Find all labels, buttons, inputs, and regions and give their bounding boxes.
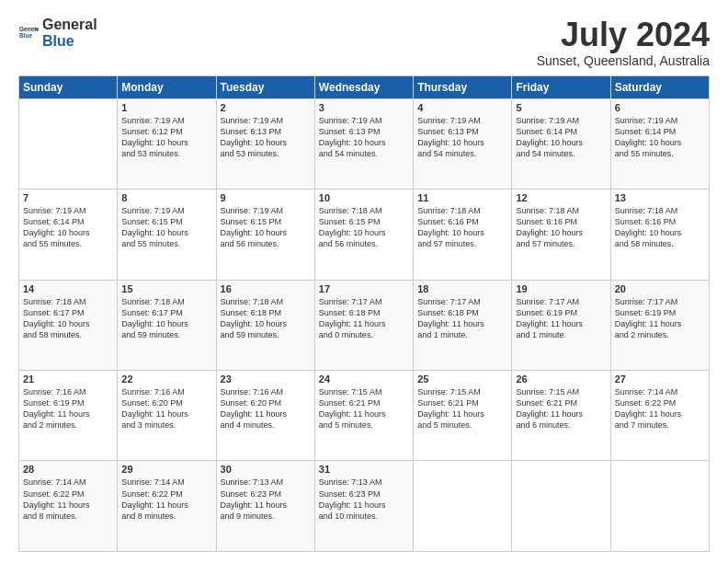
day-info: Sunrise: 7:16 AM Sunset: 6:20 PM Dayligh… (221, 386, 311, 431)
day-number: 6 (615, 102, 705, 113)
table-cell: 5Sunrise: 7:19 AM Sunset: 6:14 PM Daylig… (512, 98, 610, 189)
table-cell: 23Sunrise: 7:16 AM Sunset: 6:20 PM Dayli… (216, 371, 314, 461)
header-wednesday: Wednesday (314, 75, 413, 98)
day-info: Sunrise: 7:17 AM Sunset: 6:19 PM Dayligh… (615, 296, 705, 341)
day-number: 25 (417, 373, 507, 385)
calendar-week-row: 14Sunrise: 7:18 AM Sunset: 6:17 PM Dayli… (19, 280, 710, 370)
day-info: Sunrise: 7:19 AM Sunset: 6:12 PM Dayligh… (121, 115, 211, 160)
day-info: Sunrise: 7:16 AM Sunset: 6:20 PM Dayligh… (121, 386, 211, 431)
table-cell: 25Sunrise: 7:15 AM Sunset: 6:21 PM Dayli… (414, 371, 512, 461)
day-number: 17 (319, 283, 409, 294)
day-number: 13 (615, 192, 705, 203)
day-number: 7 (23, 192, 113, 203)
day-number: 5 (516, 102, 606, 113)
day-info: Sunrise: 7:15 AM Sunset: 6:21 PM Dayligh… (516, 386, 606, 431)
day-number: 12 (516, 192, 606, 203)
table-cell: 24Sunrise: 7:15 AM Sunset: 6:21 PM Dayli… (314, 371, 413, 461)
day-number: 2 (221, 102, 311, 113)
table-cell: 22Sunrise: 7:16 AM Sunset: 6:20 PM Dayli… (118, 371, 216, 461)
day-info: Sunrise: 7:15 AM Sunset: 6:21 PM Dayligh… (417, 386, 507, 431)
header-row: Sunday Monday Tuesday Wednesday Thursday… (19, 75, 710, 98)
logo-general: General (42, 17, 97, 33)
calendar-week-row: 21Sunrise: 7:16 AM Sunset: 6:19 PM Dayli… (19, 371, 710, 461)
calendar-week-row: 1Sunrise: 7:19 AM Sunset: 6:12 PM Daylig… (19, 98, 710, 189)
header-friday: Friday (512, 75, 610, 98)
day-info: Sunrise: 7:18 AM Sunset: 6:18 PM Dayligh… (221, 296, 311, 341)
day-info: Sunrise: 7:14 AM Sunset: 6:22 PM Dayligh… (121, 477, 211, 522)
table-cell: 6Sunrise: 7:19 AM Sunset: 6:14 PM Daylig… (610, 98, 709, 189)
day-info: Sunrise: 7:17 AM Sunset: 6:18 PM Dayligh… (319, 296, 409, 341)
day-info: Sunrise: 7:19 AM Sunset: 6:15 PM Dayligh… (121, 205, 211, 250)
day-info: Sunrise: 7:15 AM Sunset: 6:21 PM Dayligh… (319, 386, 409, 431)
day-info: Sunrise: 7:14 AM Sunset: 6:22 PM Dayligh… (615, 386, 705, 431)
header-thursday: Thursday (414, 75, 512, 98)
day-number: 20 (615, 283, 705, 294)
day-number: 1 (121, 102, 211, 113)
day-info: Sunrise: 7:13 AM Sunset: 6:23 PM Dayligh… (221, 477, 311, 522)
day-info: Sunrise: 7:16 AM Sunset: 6:19 PM Dayligh… (23, 386, 113, 431)
svg-text:Blue: Blue (19, 32, 32, 39)
table-cell: 13Sunrise: 7:18 AM Sunset: 6:16 PM Dayli… (610, 190, 709, 280)
day-number: 29 (121, 464, 211, 475)
logo-blue: Blue (42, 33, 97, 50)
day-number: 24 (319, 373, 409, 385)
calendar-week-row: 28Sunrise: 7:14 AM Sunset: 6:22 PM Dayli… (19, 461, 710, 552)
day-number: 19 (516, 283, 606, 294)
day-number: 18 (417, 283, 507, 294)
table-cell: 29Sunrise: 7:14 AM Sunset: 6:22 PM Dayli… (118, 461, 216, 552)
title-block: July 2024 Sunset, Queensland, Australia (537, 17, 710, 68)
table-cell: 10Sunrise: 7:18 AM Sunset: 6:15 PM Dayli… (314, 190, 413, 280)
day-number: 27 (615, 373, 705, 385)
calendar-week-row: 7Sunrise: 7:19 AM Sunset: 6:14 PM Daylig… (19, 190, 710, 280)
table-cell: 21Sunrise: 7:16 AM Sunset: 6:19 PM Dayli… (19, 371, 118, 461)
day-number: 22 (121, 373, 211, 385)
table-cell: 4Sunrise: 7:19 AM Sunset: 6:13 PM Daylig… (414, 98, 512, 189)
table-cell: 8Sunrise: 7:19 AM Sunset: 6:15 PM Daylig… (118, 190, 216, 280)
day-info: Sunrise: 7:17 AM Sunset: 6:18 PM Dayligh… (417, 296, 507, 341)
day-number: 15 (121, 283, 211, 294)
day-info: Sunrise: 7:19 AM Sunset: 6:13 PM Dayligh… (417, 115, 507, 160)
calendar-table: Sunday Monday Tuesday Wednesday Thursday… (18, 75, 710, 552)
day-info: Sunrise: 7:18 AM Sunset: 6:16 PM Dayligh… (615, 205, 705, 250)
calendar-body: 1Sunrise: 7:19 AM Sunset: 6:12 PM Daylig… (19, 98, 710, 551)
table-cell: 15Sunrise: 7:18 AM Sunset: 6:17 PM Dayli… (118, 280, 216, 370)
table-cell: 30Sunrise: 7:13 AM Sunset: 6:23 PM Dayli… (216, 461, 314, 552)
day-info: Sunrise: 7:18 AM Sunset: 6:17 PM Dayligh… (23, 296, 113, 341)
day-info: Sunrise: 7:19 AM Sunset: 6:13 PM Dayligh… (319, 115, 409, 160)
table-cell: 7Sunrise: 7:19 AM Sunset: 6:14 PM Daylig… (19, 190, 118, 280)
table-cell (610, 461, 709, 552)
page: General Blue General Blue July 2024 Suns… (0, 0, 728, 563)
day-number: 8 (121, 192, 211, 203)
table-cell: 16Sunrise: 7:18 AM Sunset: 6:18 PM Dayli… (216, 280, 314, 370)
table-cell: 26Sunrise: 7:15 AM Sunset: 6:21 PM Dayli… (512, 371, 610, 461)
day-info: Sunrise: 7:18 AM Sunset: 6:17 PM Dayligh… (121, 296, 211, 341)
day-info: Sunrise: 7:19 AM Sunset: 6:14 PM Dayligh… (23, 205, 113, 250)
table-cell: 19Sunrise: 7:17 AM Sunset: 6:19 PM Dayli… (512, 280, 610, 370)
day-info: Sunrise: 7:19 AM Sunset: 6:13 PM Dayligh… (221, 115, 311, 160)
table-cell: 27Sunrise: 7:14 AM Sunset: 6:22 PM Dayli… (610, 371, 709, 461)
day-info: Sunrise: 7:19 AM Sunset: 6:14 PM Dayligh… (615, 115, 705, 160)
day-info: Sunrise: 7:13 AM Sunset: 6:23 PM Dayligh… (319, 477, 409, 522)
day-info: Sunrise: 7:19 AM Sunset: 6:15 PM Dayligh… (221, 205, 311, 250)
table-cell: 3Sunrise: 7:19 AM Sunset: 6:13 PM Daylig… (314, 98, 413, 189)
day-number: 26 (516, 373, 606, 385)
day-number: 11 (417, 192, 507, 203)
day-info: Sunrise: 7:14 AM Sunset: 6:22 PM Dayligh… (23, 477, 113, 522)
table-cell: 14Sunrise: 7:18 AM Sunset: 6:17 PM Dayli… (19, 280, 118, 370)
header-saturday: Saturday (610, 75, 709, 98)
header-sunday: Sunday (19, 75, 118, 98)
day-number: 16 (221, 283, 311, 294)
day-info: Sunrise: 7:18 AM Sunset: 6:16 PM Dayligh… (516, 205, 606, 250)
table-cell: 9Sunrise: 7:19 AM Sunset: 6:15 PM Daylig… (216, 190, 314, 280)
day-info: Sunrise: 7:17 AM Sunset: 6:19 PM Dayligh… (516, 296, 606, 341)
table-cell: 11Sunrise: 7:18 AM Sunset: 6:16 PM Dayli… (414, 190, 512, 280)
day-number: 9 (221, 192, 311, 203)
table-cell: 2Sunrise: 7:19 AM Sunset: 6:13 PM Daylig… (216, 98, 314, 189)
header-monday: Monday (118, 75, 216, 98)
day-number: 10 (319, 192, 409, 203)
table-cell (414, 461, 512, 552)
table-cell: 17Sunrise: 7:17 AM Sunset: 6:18 PM Dayli… (314, 280, 413, 370)
subtitle: Sunset, Queensland, Australia (537, 53, 710, 68)
day-number: 14 (23, 283, 113, 294)
table-cell: 20Sunrise: 7:17 AM Sunset: 6:19 PM Dayli… (610, 280, 709, 370)
